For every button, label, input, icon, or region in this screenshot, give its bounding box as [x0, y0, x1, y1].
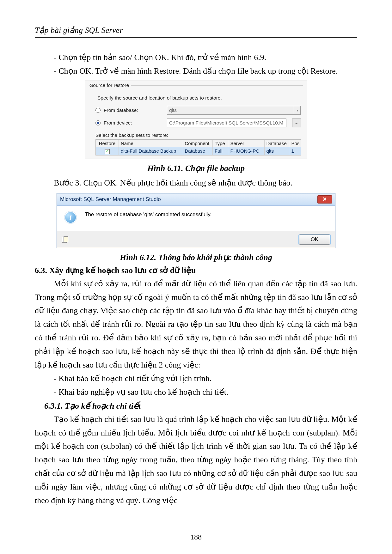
col-restore: Restore [96, 140, 119, 147]
cell-database: qlts [265, 147, 290, 155]
page-header: Tập bài giảng SQL Server [35, 25, 357, 35]
cell-name: qlts-Full Database Backup [119, 147, 183, 155]
col-database: Database [265, 140, 290, 147]
browse-button[interactable]: ... [292, 119, 301, 127]
body-line-2: - Chọn OK. Trở về màn hình Restore. Đánh… [35, 64, 357, 78]
cell-component: Database [183, 147, 213, 155]
dialog-body: i The restore of database 'qlts' complet… [57, 206, 335, 231]
ok-button[interactable]: OK [299, 234, 330, 245]
radio-from-database-label: From database: [104, 107, 167, 113]
page-number: 188 [0, 533, 392, 541]
dialog-titlebar[interactable]: Microsoft SQL Server Management Studio ✕ [57, 193, 335, 206]
radio-from-device[interactable] [95, 120, 101, 125]
step3-text: Bước 3. Chọn OK. Nếu phục hồi thành công… [35, 176, 357, 190]
body-line-1: - Chọn tệp tin bản sao/ Chọn OK. Khi đó,… [35, 51, 357, 64]
from-database-field: qlts [167, 106, 301, 115]
section-6-3-1-para: Tạo kế hoạch chi tiết sao lưu là quá trì… [35, 413, 357, 508]
cell-pos: 1 [289, 147, 301, 155]
cell-type: Full [213, 147, 228, 155]
radio-from-device-row[interactable]: From device: C:\Program Files\Microsoft … [89, 117, 307, 129]
col-name: Name [119, 140, 183, 147]
col-pos: Pos [289, 140, 301, 147]
section-6-3-para: Mỗi khi sự cố xảy ra, rủi ro để mất dữ l… [35, 277, 357, 372]
fig611-caption: Hình 6.11. Chọn file backup [35, 163, 357, 173]
grid-header: Restore Name Component Type Server Datab… [96, 140, 301, 147]
col-server: Server [228, 140, 264, 147]
copy-icon[interactable] [62, 236, 68, 243]
source-groupbox: Source for restore Specify the source an… [89, 85, 307, 155]
fig612-caption: Hình 6.12. Thông báo khôi phục thành côn… [35, 253, 357, 262]
chevron-down-icon[interactable]: ▾ [294, 106, 301, 114]
col-type: Type [213, 140, 228, 147]
groupbox-desc: Specify the source and location of backu… [89, 95, 307, 104]
groupbox-title: Source for restore [89, 85, 303, 95]
radio-from-database-row[interactable]: From database: qlts ▾ [89, 104, 307, 117]
section-6-3-bullet1: - Khai báo kế hoạch chi tiết ứng với lịc… [35, 372, 357, 386]
dialog-footer: OK [57, 231, 335, 248]
restore-source-panel: Source for restore Specify the source an… [85, 81, 307, 159]
cell-server: PHUONG-PC [228, 147, 264, 155]
col-component: Component [183, 140, 213, 147]
success-dialog: Microsoft SQL Server Management Studio ✕… [57, 193, 335, 248]
section-6-3-title: 6.3. Xây dựng kế hoạch sao lưu cơ sở dữ … [35, 265, 357, 275]
dialog-message: The restore of database 'qlts' completed… [85, 211, 211, 218]
close-button[interactable]: ✕ [317, 195, 332, 204]
checkbox-icon[interactable]: ✓ [105, 149, 110, 154]
section-6-3-bullet2: - Khai báo nghiệp vụ sao lưu cho kế hoạc… [35, 386, 357, 399]
header-rule [35, 37, 357, 38]
backup-sets-grid[interactable]: Restore Name Component Type Server Datab… [95, 139, 301, 155]
cell-restore-check[interactable]: ✓ [96, 147, 119, 155]
from-device-field: C:\Program Files\Microsoft SQL Server\MS… [167, 119, 286, 127]
radio-from-device-label: From device: [104, 120, 167, 126]
radio-from-database[interactable] [95, 108, 101, 113]
info-icon: i [64, 211, 77, 223]
section-6-3-1-title: 6.3.1. Tạo kế hoạch chi tiết [44, 401, 357, 411]
dialog-title-text: Microsoft SQL Server Management Studio [60, 196, 161, 203]
grid-row-0[interactable]: ✓ qlts-Full Database Backup Database Ful… [96, 147, 301, 155]
select-backup-sets-label: Select the backup sets to restore: [89, 129, 307, 139]
